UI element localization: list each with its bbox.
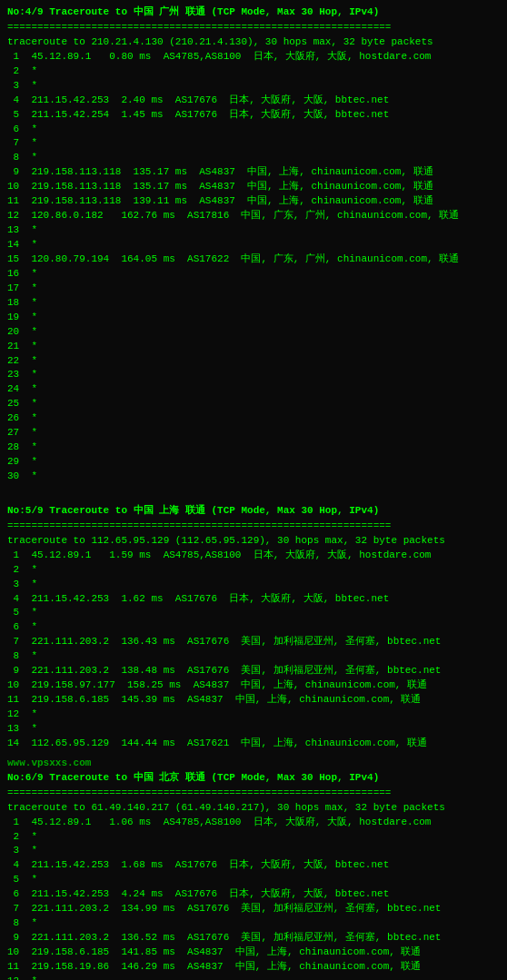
trace-line: 8 * bbox=[7, 649, 500, 664]
trace-line: 11 219.158.6.185 145.39 ms AS4837 中国, 上海… bbox=[7, 693, 500, 708]
trace-line: 11 219.158.113.118 139.11 ms AS4837 中国, … bbox=[7, 194, 500, 209]
trace-line: 19 * bbox=[7, 311, 500, 325]
section-6-lines: 1 45.12.89.1 1.06 ms AS4785,AS8100 日本, 大… bbox=[7, 816, 500, 980]
trace-line: 12 120.86.0.182 162.76 ms AS17816 中国, 广东… bbox=[7, 209, 500, 223]
trace-line: 3 * bbox=[7, 79, 500, 94]
traceroute-section-5: No:5/9 Traceroute to 中国 上海 联通 (TCP Mode,… bbox=[7, 504, 500, 751]
trace-line: 30 * bbox=[7, 470, 500, 484]
trace-line: 23 * bbox=[7, 368, 500, 382]
trace-line: 8 * bbox=[7, 151, 500, 165]
trace-line: 18 * bbox=[7, 296, 500, 311]
trace-line: 7 221.111.203.2 136.43 ms AS17676 美国, 加利… bbox=[7, 635, 500, 649]
trace-line: 6 * bbox=[7, 620, 500, 635]
traceroute-section-6: No:6/9 Traceroute to 中国 北京 联通 (TCP Mode,… bbox=[7, 771, 500, 980]
trace-line: 24 * bbox=[7, 382, 500, 397]
trace-line: 2 * bbox=[7, 64, 500, 79]
trace-line: 4 211.15.42.253 1.62 ms AS17676 日本, 大阪府,… bbox=[7, 592, 500, 607]
section-6-divider: ========================================… bbox=[7, 787, 500, 801]
trace-line: 1 45.12.89.1 1.59 ms AS4785,AS8100 日本, 大… bbox=[7, 549, 500, 563]
trace-line: 17 * bbox=[7, 282, 500, 296]
trace-line: 7 * bbox=[7, 136, 500, 151]
trace-line: 2 * bbox=[7, 830, 500, 845]
trace-line: 9 219.158.113.118 135.17 ms AS4837 中国, 上… bbox=[7, 165, 500, 180]
trace-line: 4 211.15.42.253 2.40 ms AS17676 日本, 大阪府,… bbox=[7, 94, 500, 108]
trace-line: 8 * bbox=[7, 916, 500, 931]
watermark-vpsxxs: www.vpsxxs.com bbox=[7, 757, 500, 771]
trace-line: 14 * bbox=[7, 238, 500, 252]
section-6-intro: traceroute to 61.49.140.217 (61.49.140.2… bbox=[7, 801, 500, 816]
trace-line: 5 * bbox=[7, 873, 500, 887]
section-4-header: No:4/9 Traceroute to 中国 广州 联通 (TCP Mode,… bbox=[7, 5, 500, 20]
trace-line: 27 * bbox=[7, 426, 500, 441]
trace-line: 5 * bbox=[7, 606, 500, 620]
trace-line: 1 45.12.89.1 1.06 ms AS4785,AS8100 日本, 大… bbox=[7, 816, 500, 830]
trace-line: 2 * bbox=[7, 563, 500, 578]
trace-line: 12 * bbox=[7, 708, 500, 722]
section-4-divider: ========================================… bbox=[7, 21, 500, 35]
trace-line: 7 221.111.203.2 134.99 ms AS17676 美国, 加利… bbox=[7, 902, 500, 916]
section-6-header: No:6/9 Traceroute to 中国 北京 联通 (TCP Mode,… bbox=[7, 771, 500, 786]
trace-line: 22 * bbox=[7, 354, 500, 369]
trace-line: 10 219.158.97.177 158.25 ms AS4837 中国, 上… bbox=[7, 678, 500, 693]
trace-line: 16 * bbox=[7, 267, 500, 282]
trace-line: 1 45.12.89.1 0.80 ms AS4785,AS8100 日本, 大… bbox=[7, 50, 500, 64]
section-5-divider: ========================================… bbox=[7, 520, 500, 534]
trace-line: 9 221.111.203.2 138.48 ms AS17676 美国, 加利… bbox=[7, 664, 500, 678]
trace-line: 10 219.158.6.185 141.85 ms AS4837 中国, 上海… bbox=[7, 945, 500, 960]
trace-line: 13 * bbox=[7, 223, 500, 238]
trace-line: 4 211.15.42.253 1.68 ms AS17676 日本, 大阪府,… bbox=[7, 858, 500, 873]
trace-line: 26 * bbox=[7, 411, 500, 426]
trace-line: 13 * bbox=[7, 722, 500, 737]
terminal-output: No:4/9 Traceroute to 中国 广州 联通 (TCP Mode,… bbox=[7, 5, 500, 980]
trace-line: 21 * bbox=[7, 340, 500, 354]
section-5-lines: 1 45.12.89.1 1.59 ms AS4785,AS8100 日本, 大… bbox=[7, 549, 500, 751]
trace-line: 6 211.15.42.253 4.24 ms AS17676 日本, 大阪府,… bbox=[7, 887, 500, 902]
trace-line: 25 * bbox=[7, 397, 500, 411]
section-4-intro: traceroute to 210.21.4.130 (210.21.4.130… bbox=[7, 35, 500, 50]
trace-line: 29 * bbox=[7, 455, 500, 470]
trace-line: 15 120.80.79.194 164.05 ms AS17622 中国, 广… bbox=[7, 252, 500, 267]
trace-line: 11 219.158.19.86 146.29 ms AS4837 中国, 上海… bbox=[7, 960, 500, 975]
trace-line: 5 211.15.42.254 1.45 ms AS17676 日本, 大阪府,… bbox=[7, 108, 500, 123]
trace-line: 12 * bbox=[7, 975, 500, 980]
trace-line: 14 112.65.95.129 144.44 ms AS17621 中国, 上… bbox=[7, 737, 500, 751]
trace-line: 10 219.158.113.118 135.17 ms AS4837 中国, … bbox=[7, 180, 500, 194]
trace-line: 3 * bbox=[7, 844, 500, 858]
trace-line: 28 * bbox=[7, 441, 500, 455]
trace-line: 20 * bbox=[7, 325, 500, 340]
trace-line: 9 221.111.203.2 136.52 ms AS17676 美国, 加利… bbox=[7, 931, 500, 945]
trace-line: 6 * bbox=[7, 123, 500, 137]
section-5-intro: traceroute to 112.65.95.129 (112.65.95.1… bbox=[7, 534, 500, 549]
trace-line: 3 * bbox=[7, 578, 500, 592]
section-5-header: No:5/9 Traceroute to 中国 上海 联通 (TCP Mode,… bbox=[7, 504, 500, 519]
traceroute-section-4: No:4/9 Traceroute to 中国 广州 联通 (TCP Mode,… bbox=[7, 5, 500, 484]
section-4-lines: 1 45.12.89.1 0.80 ms AS4785,AS8100 日本, 大… bbox=[7, 50, 500, 484]
